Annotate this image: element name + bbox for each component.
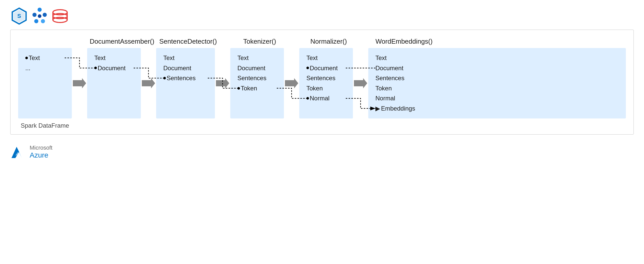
arrow-4 [353, 48, 368, 118]
df-box-2-field-2: Sentences [163, 74, 208, 82]
df-box-5: Text Document Sentences Token Normal ▶ E… [368, 48, 626, 118]
df-box-3: Text Document Sentences Token [230, 48, 284, 118]
df-box-2: Text Document Sentences [156, 48, 215, 118]
df-box-0-field-1: ... [25, 64, 65, 73]
spark-dataframe-label: Spark DataFrame [18, 122, 626, 129]
svg-marker-14 [73, 78, 86, 88]
azure-company-label: Microsoft [30, 145, 52, 151]
svg-point-7 [32, 13, 37, 17]
df-box-2-field-1: Document [163, 64, 208, 73]
arrow-0 [72, 48, 87, 118]
stage-label-3: Normalizer() [310, 38, 347, 45]
df-box-1: Text Document [87, 48, 141, 118]
svg-marker-16 [216, 78, 229, 88]
main-diagram-container: DocumentAssember() SentenceDetector() To… [10, 30, 634, 135]
svg-marker-17 [285, 78, 298, 88]
top-logos-area: S [0, 0, 644, 30]
svg-point-8 [38, 14, 41, 18]
big-arrow-3 [285, 78, 298, 88]
big-arrow-4 [354, 78, 367, 88]
df-box-4-field-0: Text [306, 54, 346, 62]
df-box-5-field-0: Text [375, 54, 619, 62]
df-box-4-field-2: Sentences [306, 74, 346, 82]
svg-point-4 [43, 13, 47, 17]
stage-label-1: SentenceDetector() [159, 38, 217, 45]
svg-point-6 [34, 19, 38, 23]
df-box-1-field-0: Text [94, 54, 134, 62]
arrow-2 [215, 48, 230, 118]
svg-marker-18 [354, 78, 367, 88]
svg-marker-15 [142, 78, 155, 88]
df-box-5-field-1: Document [375, 64, 619, 73]
synapse-icon: S [10, 7, 28, 25]
stack-icon [51, 7, 69, 25]
big-arrow-1 [142, 78, 155, 88]
ml-icon [31, 7, 49, 25]
azure-product-label: Azure [30, 151, 52, 159]
df-box-4: Text Document Sentences Token Normal [299, 48, 353, 118]
df-box-3-field-0: Text [237, 54, 277, 62]
stage-label-0: DocumentAssember() [90, 38, 154, 45]
stage-labels-row: DocumentAssember() SentenceDetector() To… [18, 38, 626, 45]
df-box-4-field-1: Document [306, 64, 346, 73]
stage-label-4: WordEmbeddings() [375, 38, 433, 45]
big-arrow-0 [73, 78, 86, 88]
svg-text:S: S [17, 13, 21, 19]
df-box-3-field-2: Sentences [237, 74, 277, 82]
bottom-logo-area: Microsoft Azure [0, 137, 644, 160]
df-box-4-field-3: Token [306, 84, 346, 93]
df-box-4-field-4: Normal [306, 94, 346, 103]
dataframes-row: Text ... Text Document [18, 48, 626, 118]
arrow-3 [284, 48, 299, 118]
df-box-5-field-5: ▶ Embeddings [375, 104, 619, 113]
svg-point-3 [38, 8, 42, 12]
df-box-5-field-2: Sentences [375, 74, 619, 82]
azure-text: Microsoft Azure [30, 145, 52, 159]
stage-label-2: Tokenizer() [243, 38, 276, 45]
arrow-1 [141, 48, 156, 118]
svg-point-5 [41, 19, 45, 23]
big-arrow-2 [216, 78, 229, 88]
df-box-3-field-1: Document [237, 64, 277, 73]
df-box-3-field-3: Token [237, 84, 277, 93]
pipeline-wrapper: DocumentAssember() SentenceDetector() To… [18, 38, 626, 129]
azure-logo-icon [10, 144, 26, 160]
df-box-5-field-3: Token [375, 84, 619, 93]
df-box-2-field-0: Text [163, 54, 208, 62]
df-box-5-field-4: Normal [375, 94, 619, 103]
df-box-1-field-1: Document [94, 64, 134, 73]
df-box-0-field-0: Text [25, 54, 65, 62]
df-box-0: Text ... [18, 48, 72, 118]
